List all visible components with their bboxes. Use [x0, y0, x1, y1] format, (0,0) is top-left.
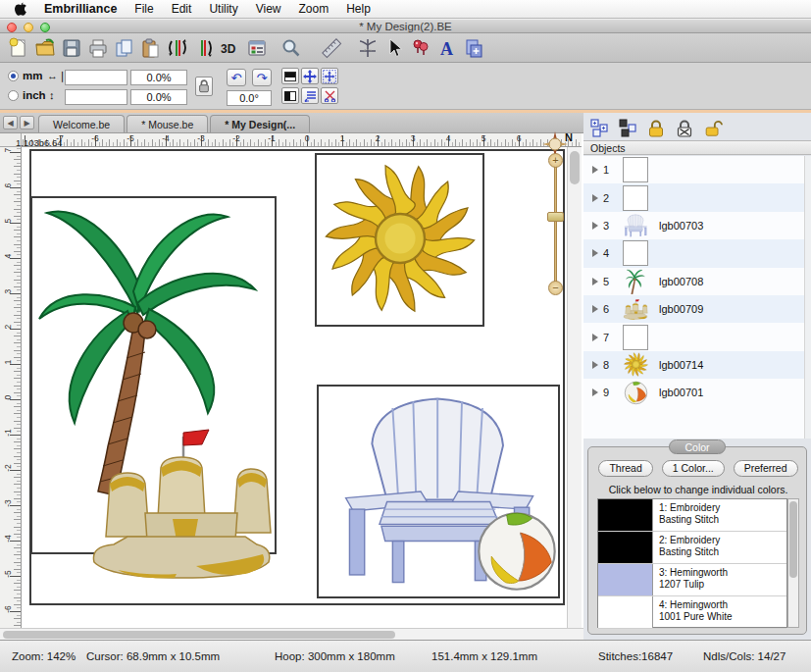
one-color-button[interactable]: 1 Color... [662, 460, 725, 477]
rotate-left-button[interactable]: ↶ [227, 69, 246, 86]
object-thumbnail[interactable] [623, 157, 648, 182]
app-menu[interactable]: Embrilliance [44, 2, 117, 16]
object-thumbnail[interactable] [623, 380, 648, 405]
color-swatch[interactable] [598, 532, 653, 563]
object-row-8[interactable]: 8lgb00714 [583, 351, 811, 379]
design-pins-icon[interactable] [407, 35, 433, 61]
color-row-1[interactable]: 1: EmbroideryBasting Stitch [598, 499, 786, 532]
expand-icon[interactable] [592, 194, 598, 202]
object-properties-icon[interactable] [243, 35, 270, 61]
color-row-2[interactable]: 2: EmbroideryBasting Stitch [598, 532, 786, 564]
object-row-3[interactable]: 3lgb00703 [583, 212, 811, 239]
object-thumbnail[interactable] [623, 296, 648, 322]
expand-icon[interactable] [592, 388, 598, 396]
measure-icon[interactable] [318, 35, 344, 61]
canvas-vertical-scrollbar[interactable] [567, 147, 582, 628]
lock-icon[interactable] [646, 118, 666, 137]
objects-scrollbar[interactable] [804, 156, 811, 439]
tab-mouse[interactable]: * Mouse.be [127, 115, 208, 132]
expand-icon[interactable] [592, 249, 598, 257]
select-tool-icon[interactable] [380, 35, 407, 61]
center-design-button[interactable] [301, 68, 319, 84]
object-thumbnail[interactable] [623, 240, 648, 266]
color-swatch[interactable] [598, 564, 653, 595]
thread-button[interactable]: Thread [598, 460, 652, 477]
lettering-icon[interactable]: A [433, 35, 460, 61]
scrollbar-thumb[interactable] [3, 631, 395, 639]
contrast-button[interactable] [281, 87, 299, 104]
object-thumbnail[interactable] [623, 325, 648, 350]
new-icon[interactable] [5, 35, 31, 61]
sun-design[interactable] [324, 162, 477, 315]
menu-edit[interactable]: Edit [172, 2, 192, 16]
menu-view[interactable]: View [256, 2, 281, 16]
object-row-1[interactable]: 1 [583, 156, 811, 183]
preferred-button[interactable]: Preferred [734, 460, 798, 477]
beach-ball-design[interactable] [475, 509, 559, 594]
expand-icon[interactable] [592, 361, 598, 369]
height-percent-input[interactable] [130, 89, 187, 105]
canvas-horizontal-scrollbar[interactable] [0, 628, 583, 640]
zoom-out-button[interactable]: − [548, 281, 563, 295]
unit-inch-radio[interactable] [8, 90, 19, 101]
object-row-9[interactable]: 9lgb00701 [583, 379, 811, 406]
expand-icon[interactable] [592, 222, 598, 230]
width-input[interactable] [65, 70, 127, 85]
print-icon[interactable] [84, 35, 111, 61]
expand-icon[interactable] [592, 334, 598, 341]
design-canvas[interactable]: -7-6-5-4-3-2-10123456 76543210-1-2-3-4-5… [0, 133, 583, 640]
tab-scroll-right-icon[interactable]: ▶ [20, 116, 34, 129]
tab-my-design[interactable]: * My Design(... [210, 115, 310, 132]
save-icon[interactable] [58, 35, 84, 61]
stitch-hoop-icon[interactable] [354, 35, 380, 61]
trim-button[interactable] [321, 87, 338, 104]
color-list-scrollbar[interactable] [787, 498, 799, 628]
width-percent-input[interactable] [130, 70, 187, 85]
lock-selected-icon[interactable] [675, 118, 694, 137]
copy-icon[interactable] [111, 35, 137, 61]
sandcastle-design[interactable] [88, 429, 275, 582]
3d-view-icon[interactable]: 3D [217, 35, 243, 61]
expand-icon[interactable] [592, 278, 598, 285]
flip-horizontal-icon[interactable] [164, 35, 190, 61]
unlock-icon[interactable] [703, 118, 723, 137]
menu-utility[interactable]: Utility [209, 2, 237, 16]
ungroup-icon[interactable] [589, 118, 609, 137]
object-row-2[interactable]: 2 [583, 183, 811, 211]
color-swatch[interactable] [598, 499, 653, 531]
open-icon[interactable] [31, 35, 58, 61]
stitch-order-button[interactable] [301, 87, 319, 104]
paste-icon[interactable] [137, 35, 164, 61]
expand-icon[interactable] [592, 166, 598, 174]
scrollbar-thumb[interactable] [789, 501, 797, 578]
object-row-4[interactable]: 4 [583, 239, 811, 267]
zoom-tool-icon[interactable] [278, 35, 304, 61]
tab-welcome[interactable]: Welcome.be [38, 115, 125, 132]
merge-design-icon[interactable] [460, 35, 486, 61]
scrollbar-thumb[interactable] [570, 151, 580, 184]
object-thumbnail[interactable] [623, 185, 648, 211]
rotate-right-button[interactable]: ↷ [252, 69, 272, 86]
unit-mm-radio[interactable] [8, 71, 19, 81]
apple-menu-icon[interactable] [14, 2, 26, 16]
menu-file[interactable]: File [134, 2, 153, 16]
menu-zoom[interactable]: Zoom [299, 2, 329, 16]
lock-proportions-button[interactable] [195, 77, 213, 96]
fit-hoop-button[interactable] [321, 68, 338, 84]
zoom-slider-track[interactable] [554, 159, 557, 288]
object-row-7[interactable]: 7 [583, 323, 811, 350]
tab-scroll-left-icon[interactable]: ◀ [3, 116, 18, 129]
object-row-6[interactable]: 6lgb00709 [583, 295, 811, 323]
angle-input[interactable] [227, 90, 272, 106]
zoom-slider-handle[interactable] [547, 212, 564, 222]
rotate-icon[interactable] [190, 35, 217, 61]
background-toggle-button[interactable] [281, 68, 299, 84]
color-row-4[interactable]: 4: Hemingworth1001 Pure White [598, 596, 786, 629]
object-thumbnail[interactable] [623, 213, 648, 238]
height-input[interactable] [65, 89, 127, 105]
zoom-in-button[interactable]: + [548, 153, 563, 168]
menu-help[interactable]: Help [346, 2, 371, 16]
object-thumbnail[interactable] [623, 352, 648, 378]
object-row-5[interactable]: 5lgb00708 [583, 268, 811, 295]
color-tab[interactable]: Color [669, 439, 726, 454]
